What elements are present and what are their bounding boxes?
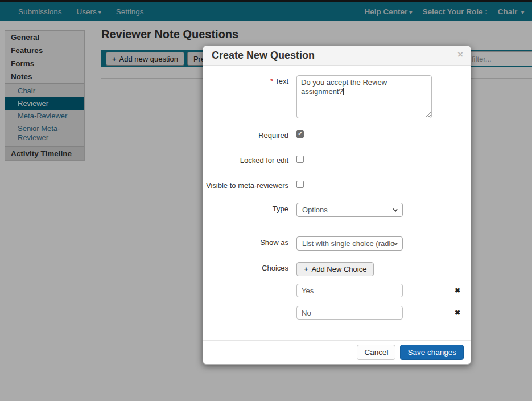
add-new-choice-button[interactable]: + Add New Choice [296,262,374,276]
choice-row: ✖ [296,280,464,298]
save-changes-button[interactable]: Save changes [400,345,464,360]
form-row-type: Type Options [203,203,464,217]
form-row-choices: Choices + Add New Choice ✖ ✖ [203,262,464,321]
visible-meta-control [296,180,304,190]
visible-meta-checkbox[interactable] [296,181,304,188]
form-row-text: *Text Do you accept the Review assignmen… [203,75,464,118]
type-control: Options [296,203,403,217]
form-row-required: Required ✓ [203,130,464,140]
required-checkbox[interactable]: ✓ [296,130,304,138]
show-as-control: List with single choice (radio [296,236,403,251]
modal-body: *Text Do you accept the Review assignmen… [203,66,471,321]
required-control: ✓ [296,130,304,140]
question-text-textarea[interactable]: Do you accept the Review assignment? [296,75,432,118]
visible-meta-label: Visible to meta-reviewers [203,181,288,190]
show-as-label: Show as [203,236,288,247]
choice-input-no[interactable] [296,306,403,320]
type-select[interactable]: Options [296,203,403,217]
text-field-label: *Text [203,75,288,85]
required-marker: * [270,77,273,85]
show-as-select[interactable]: List with single choice (radio [296,236,403,251]
type-label: Type [203,203,288,213]
cancel-button[interactable]: Cancel [357,345,395,360]
choices-label: Choices [203,262,288,272]
form-row-show-as: Show as List with single choice (radio [203,236,464,251]
locked-checkbox[interactable] [296,156,304,163]
form-row-visible-meta: Visible to meta-reviewers [203,180,464,190]
close-icon[interactable]: × [457,50,463,59]
choice-row: ✖ [296,302,464,321]
text-label: Text [275,77,288,85]
text-cursor [343,88,344,95]
form-row-locked: Locked for edit [203,155,464,165]
locked-label: Locked for edit [203,156,288,165]
text-field-control: Do you accept the Review assignment? [296,75,432,118]
chevron-down-icon [393,207,398,212]
question-text-value: Do you accept the Review assignment? [301,78,387,96]
choices-control: + Add New Choice ✖ ✖ [296,262,464,321]
check-icon: ✓ [298,130,303,137]
plus-icon: + [304,265,308,273]
create-question-modal: Create New Question × *Text Do you accep… [203,46,471,365]
type-select-value: Options [302,206,389,214]
modal-header: Create New Question × [203,46,471,66]
required-label: Required [203,131,288,140]
modal-title: Create New Question [212,50,315,61]
locked-control [296,155,304,165]
choice-input-yes[interactable] [296,284,403,297]
resize-grip-icon[interactable] [425,112,431,117]
add-new-choice-label: Add New Choice [312,265,367,273]
modal-footer: Cancel Save changes [203,340,471,364]
remove-choice-icon[interactable]: ✖ [455,309,460,317]
show-as-select-value: List with single choice (radio [302,239,389,248]
remove-choice-icon[interactable]: ✖ [455,287,460,294]
